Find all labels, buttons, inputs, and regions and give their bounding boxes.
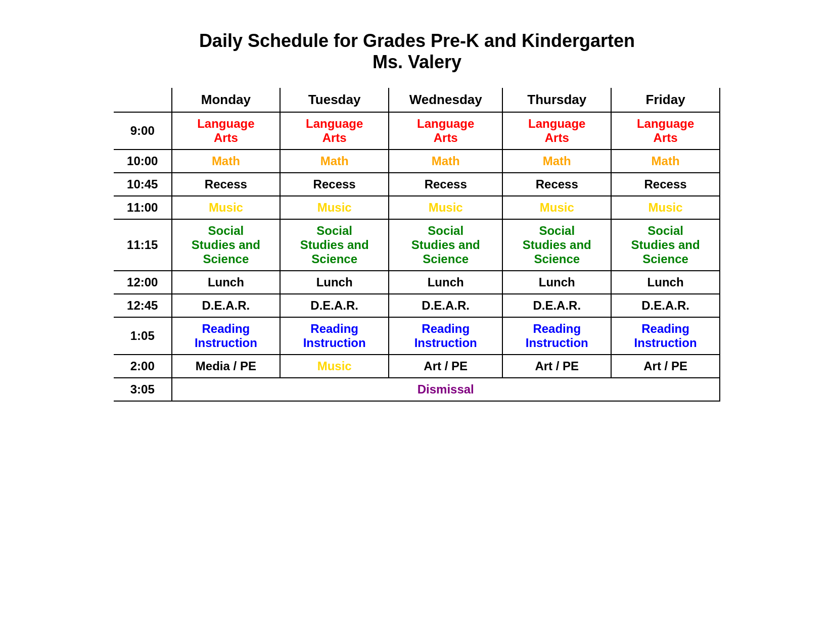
schedule-cell: Lunch bbox=[389, 271, 502, 294]
schedule-cell: Recess bbox=[611, 173, 720, 196]
schedule-cell: D.E.A.R. bbox=[502, 294, 611, 317]
schedule-cell: Music bbox=[389, 196, 502, 219]
header-blank bbox=[114, 88, 172, 112]
schedule-cell: Lunch bbox=[502, 271, 611, 294]
time-cell: 10:45 bbox=[114, 173, 172, 196]
schedule-cell: Music bbox=[502, 196, 611, 219]
time-cell: 12:00 bbox=[114, 271, 172, 294]
schedule-table: Monday Tuesday Wednesday Thursday Friday… bbox=[114, 88, 720, 402]
schedule-cell: Music bbox=[172, 196, 281, 219]
schedule-cell: ReadingInstruction bbox=[172, 317, 281, 355]
schedule-cell: Recess bbox=[389, 173, 502, 196]
schedule-cell: Math bbox=[172, 150, 281, 173]
time-cell: 12:45 bbox=[114, 294, 172, 317]
title-line1: Daily Schedule for Grades Pre-K and Kind… bbox=[199, 30, 635, 52]
schedule-cell: D.E.A.R. bbox=[280, 294, 389, 317]
schedule-cell: D.E.A.R. bbox=[172, 294, 281, 317]
schedule-cell: D.E.A.R. bbox=[389, 294, 502, 317]
schedule-cell: ReadingInstruction bbox=[502, 317, 611, 355]
schedule-cell: SocialStudies andScience bbox=[611, 219, 720, 271]
schedule-cell: D.E.A.R. bbox=[611, 294, 720, 317]
schedule-cell: LanguageArts bbox=[611, 112, 720, 150]
title-block: Daily Schedule for Grades Pre-K and Kind… bbox=[199, 30, 635, 73]
time-cell: 9:00 bbox=[114, 112, 172, 150]
schedule-cell: Recess bbox=[172, 173, 281, 196]
table-row: 10:00MathMathMathMathMath bbox=[114, 150, 720, 173]
schedule-cell: Art / PE bbox=[389, 355, 502, 378]
schedule-cell: Recess bbox=[280, 173, 389, 196]
schedule-body: 9:00LanguageArtsLanguageArtsLanguageArts… bbox=[114, 112, 720, 401]
schedule-cell: SocialStudies andScience bbox=[502, 219, 611, 271]
table-row: 12:45D.E.A.R.D.E.A.R.D.E.A.R.D.E.A.R.D.E… bbox=[114, 294, 720, 317]
table-row: 3:05Dismissal bbox=[114, 378, 720, 401]
table-row: 11:00MusicMusicMusicMusicMusic bbox=[114, 196, 720, 219]
table-row: 2:00Media / PEMusicArt / PEArt / PEArt /… bbox=[114, 355, 720, 378]
schedule-cell: LanguageArts bbox=[280, 112, 389, 150]
header-thursday: Thursday bbox=[502, 88, 611, 112]
schedule-cell: Lunch bbox=[280, 271, 389, 294]
table-row: 10:45RecessRecessRecessRecessRecess bbox=[114, 173, 720, 196]
table-row: 1:05ReadingInstructionReadingInstruction… bbox=[114, 317, 720, 355]
time-cell: 11:00 bbox=[114, 196, 172, 219]
schedule-cell: Recess bbox=[502, 173, 611, 196]
schedule-cell: Music bbox=[280, 196, 389, 219]
schedule-cell: Art / PE bbox=[611, 355, 720, 378]
header-tuesday: Tuesday bbox=[280, 88, 389, 112]
table-row: 9:00LanguageArtsLanguageArtsLanguageArts… bbox=[114, 112, 720, 150]
schedule-cell: SocialStudies andScience bbox=[172, 219, 281, 271]
header-friday: Friday bbox=[611, 88, 720, 112]
header-wednesday: Wednesday bbox=[389, 88, 502, 112]
schedule-cell: ReadingInstruction bbox=[280, 317, 389, 355]
dismissal-cell: Dismissal bbox=[172, 378, 720, 401]
header-row: Monday Tuesday Wednesday Thursday Friday bbox=[114, 88, 720, 112]
schedule-cell: Math bbox=[280, 150, 389, 173]
schedule-cell: SocialStudies andScience bbox=[280, 219, 389, 271]
title-line2: Ms. Valery bbox=[199, 52, 635, 73]
table-row: 12:00LunchLunchLunchLunchLunch bbox=[114, 271, 720, 294]
schedule-cell: Music bbox=[280, 355, 389, 378]
schedule-cell: Math bbox=[502, 150, 611, 173]
schedule-cell: Math bbox=[389, 150, 502, 173]
schedule-cell: Art / PE bbox=[502, 355, 611, 378]
header-monday: Monday bbox=[172, 88, 281, 112]
schedule-cell: SocialStudies andScience bbox=[389, 219, 502, 271]
schedule-cell: LanguageArts bbox=[502, 112, 611, 150]
schedule-cell: LanguageArts bbox=[172, 112, 281, 150]
time-cell: 10:00 bbox=[114, 150, 172, 173]
schedule-cell: Media / PE bbox=[172, 355, 281, 378]
time-cell: 1:05 bbox=[114, 317, 172, 355]
schedule-cell: Lunch bbox=[611, 271, 720, 294]
time-cell: 11:15 bbox=[114, 219, 172, 271]
time-cell: 3:05 bbox=[114, 378, 172, 401]
schedule-cell: LanguageArts bbox=[389, 112, 502, 150]
schedule-cell: Music bbox=[611, 196, 720, 219]
schedule-cell: Math bbox=[611, 150, 720, 173]
schedule-cell: Lunch bbox=[172, 271, 281, 294]
schedule-cell: ReadingInstruction bbox=[389, 317, 502, 355]
time-cell: 2:00 bbox=[114, 355, 172, 378]
table-row: 11:15SocialStudies andScienceSocialStudi… bbox=[114, 219, 720, 271]
schedule-cell: ReadingInstruction bbox=[611, 317, 720, 355]
